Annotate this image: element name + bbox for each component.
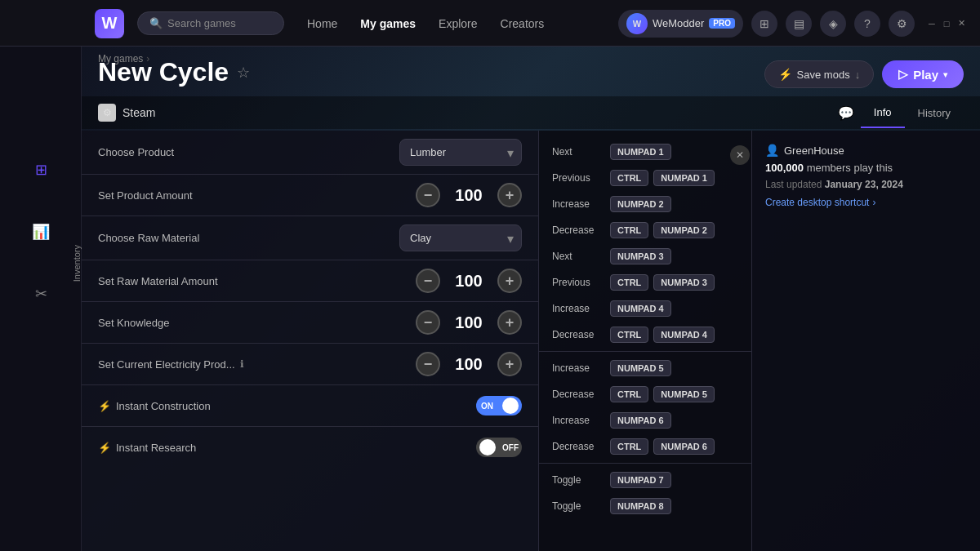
decrease-electricity-button[interactable]: − [416, 352, 440, 376]
mod-controls-construction: ON [476, 396, 522, 415]
mod-controls-research: OFF [476, 438, 522, 457]
electricity-value: 100 [448, 355, 489, 374]
bolt-icon: ⚡ [778, 68, 792, 81]
person-icon: 👤 [765, 144, 779, 157]
shortcut-label-10: Increase [552, 415, 605, 426]
decrease-raw-button[interactable]: − [416, 269, 440, 293]
shortcut-row-5: Previous CTRL NUMPAD 3 [539, 269, 751, 295]
shortcut-label-13: Toggle [552, 500, 605, 512]
nav-my-games[interactable]: My games [350, 12, 425, 35]
nav-explore[interactable]: Explore [429, 12, 487, 35]
mod-panel: Choose Product Lumber Stone Iron Clay Se… [82, 131, 539, 551]
decrease-knowledge-button[interactable]: − [416, 310, 440, 335]
members-text: members play this [807, 162, 893, 174]
key-badge-5-1: NUMPAD 3 [653, 274, 715, 291]
key-badge-11-1: NUMPAD 6 [653, 438, 715, 455]
key-badge-7-0: CTRL [610, 327, 648, 343]
nav-links: Home My games Explore Creators [297, 12, 554, 35]
storage-icon[interactable]: ▤ [786, 11, 812, 37]
search-bar[interactable]: 🔍 Search games [137, 11, 284, 35]
mod-controls-knowledge: − 100 + [416, 310, 522, 335]
logo-icon[interactable]: W [95, 9, 124, 38]
sidebar-icon-stats[interactable]: 📊 [26, 217, 56, 247]
key-badge-4-0: NUMPAD 3 [610, 248, 671, 264]
user-badge[interactable]: W WeModder PRO [618, 10, 743, 38]
mod-row-raw-amount: Set Raw Material Amount − 100 + [82, 260, 538, 301]
avatar: W [626, 13, 648, 34]
mod-label-knowledge: Set Knowledge [98, 317, 416, 329]
shortcut-label-4: Next [552, 251, 605, 262]
desktop-shortcut-link[interactable]: Create desktop shortcut › [765, 197, 967, 208]
increase-raw-button[interactable]: + [497, 269, 522, 293]
raw-select-wrapper: Clay Stone Iron Wood [399, 224, 522, 251]
research-toggle[interactable]: OFF [476, 438, 522, 457]
construction-toggle[interactable]: ON [476, 396, 522, 415]
shortcut-row-10: Increase NUMPAD 6 [539, 407, 751, 433]
shortcut-row-13: Toggle NUMPAD 8 [539, 493, 751, 519]
game-title: New Cycle [98, 57, 229, 87]
minimize-button[interactable]: ─ [926, 18, 938, 29]
info-panel: 👤 GreenHouse 100,000 members play this L… [751, 131, 980, 551]
save-mods-label: Save mods [797, 69, 850, 81]
favorite-star-icon[interactable]: ☆ [237, 64, 250, 82]
toggle-on-label: ON [481, 402, 493, 411]
chat-icon[interactable]: 💬 [831, 97, 861, 129]
topbar: W 🔍 Search games Home My games Explore C… [0, 0, 980, 47]
mod-controls-raw-amount: − 100 + [416, 269, 522, 293]
nav-right: W WeModder PRO ⊞ ▤ ◈ ? ⚙ ─ □ ✕ [618, 10, 967, 38]
key-badge-2-0: NUMPAD 2 [610, 196, 671, 212]
main-content: Choose Product Lumber Stone Iron Clay Se… [82, 131, 980, 551]
search-icon: 🔍 [149, 17, 163, 29]
mod-label-product-amount: Set Product Amount [98, 189, 416, 202]
product-amount-value: 100 [448, 186, 489, 205]
mod-label-choose-product: Choose Product [98, 146, 399, 158]
creator-name: GreenHouse [784, 144, 844, 157]
shortcut-row-12: Toggle NUMPAD 7 [539, 467, 751, 493]
discord-icon[interactable]: ◈ [820, 11, 846, 37]
close-panel-button[interactable]: ✕ [730, 145, 750, 165]
increase-knowledge-button[interactable]: + [497, 310, 522, 335]
play-label: Play [913, 68, 938, 82]
key-badge-9-1: NUMPAD 5 [653, 386, 715, 402]
mod-label-electricity: Set Current Electricity Prod... ℹ [98, 358, 416, 371]
close-button[interactable]: ✕ [956, 18, 967, 29]
shortcut-row-9: Decrease CTRL NUMPAD 5 [539, 381, 751, 407]
play-icon: ▷ [898, 67, 908, 82]
shortcut-label-12: Toggle [552, 474, 605, 486]
key-badge-3-0: CTRL [610, 222, 648, 238]
key-badge-6-0: NUMPAD 4 [610, 300, 671, 317]
key-badge-5-0: CTRL [610, 274, 648, 291]
toggle-knob-off [479, 439, 496, 455]
arrow-right-icon: › [872, 197, 875, 208]
increase-product-button[interactable]: + [497, 183, 522, 207]
raw-material-select[interactable]: Clay Stone Iron Wood [399, 224, 522, 251]
nav-creators[interactable]: Creators [491, 12, 555, 35]
shortcut-label-8: Increase [552, 362, 605, 374]
mod-label-raw-amount: Set Raw Material Amount [98, 275, 416, 287]
decrease-product-button[interactable]: − [416, 183, 440, 207]
sidebar-icon-inventory[interactable]: ⊞ [26, 155, 56, 184]
collections-icon[interactable]: ⊞ [751, 11, 777, 37]
play-button[interactable]: ▷ Play ▾ [882, 60, 964, 88]
nav-home[interactable]: Home [297, 12, 347, 35]
steam-icon: ⚙ [98, 104, 116, 122]
increase-electricity-button[interactable]: + [497, 352, 522, 376]
tab-history[interactable]: History [905, 99, 964, 127]
shortcut-row-11: Decrease CTRL NUMPAD 6 [539, 433, 751, 460]
shortcut-label-3: Decrease [552, 224, 605, 236]
members-count: 100,000 members play this [765, 162, 967, 174]
tab-info[interactable]: Info [861, 98, 905, 128]
mod-label-research: ⚡ Instant Research [98, 442, 476, 454]
mod-controls-product-amount: − 100 + [416, 183, 522, 207]
sidebar-icon-tools[interactable]: ✂ [26, 279, 56, 309]
help-icon[interactable]: ? [854, 11, 880, 37]
last-updated-label: Last updated [765, 179, 822, 190]
shortcut-row-1: Previous CTRL NUMPAD 1 [539, 165, 751, 191]
settings-icon[interactable]: ⚙ [889, 11, 915, 37]
mod-row-product-amount: Set Product Amount − 100 + [82, 175, 538, 216]
mod-controls-electricity: − 100 + [416, 352, 522, 376]
save-mods-button[interactable]: ⚡ Save mods ↓ [764, 60, 875, 88]
product-select[interactable]: Lumber Stone Iron Clay [399, 139, 522, 166]
mod-row-research: ⚡ Instant Research OFF [82, 427, 538, 468]
maximize-button[interactable]: □ [941, 18, 952, 29]
